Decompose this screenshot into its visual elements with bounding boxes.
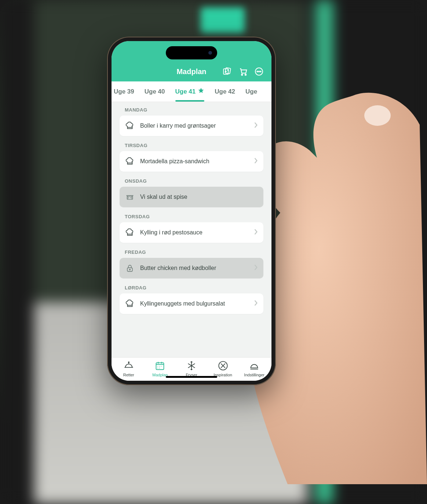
- meal-title: Kyllingenuggets med bulgursalat: [140, 300, 249, 307]
- snowflake-icon: [186, 361, 197, 372]
- day-block: MANDAGBoller i karry med grøntsager: [120, 107, 263, 136]
- chef-hat-icon: [125, 121, 135, 131]
- week-tab-0[interactable]: Uge 39: [114, 81, 134, 102]
- nav-item-retter[interactable]: Retter: [117, 361, 140, 377]
- svg-point-4: [226, 71, 226, 72]
- meal-card[interactable]: Vi skal ud at spise: [120, 187, 263, 207]
- week-tab-label: Uge 40: [145, 88, 165, 95]
- svg-point-6: [241, 74, 242, 75]
- meal-card[interactable]: Kylling i rød pestosauce: [120, 222, 263, 243]
- svg-point-10: [259, 71, 259, 72]
- day-block: TIRSDAGMortadella pizza-sandwich: [120, 143, 263, 172]
- day-block: TORSDAGKylling i rød pestosauce: [120, 214, 263, 243]
- chevron-right-icon: [254, 157, 258, 165]
- meal-card[interactable]: Butter chicken med kødboller: [120, 258, 263, 278]
- day-label: LØRDAG: [125, 285, 263, 291]
- day-label: MANDAG: [125, 107, 263, 113]
- chevron-right-icon: [254, 300, 258, 308]
- svg-point-7: [245, 74, 246, 75]
- week-tab-2[interactable]: Uge 41: [175, 81, 205, 102]
- meal-title: Butter chicken med kødboller: [140, 265, 249, 271]
- chevron-right-icon: [254, 229, 258, 237]
- phone-screen: Madplan: [112, 41, 271, 381]
- nav-label: Retter: [123, 373, 134, 377]
- svg-point-5: [228, 70, 229, 70]
- day-block: LØRDAGKyllingenuggets med bulgursalat: [120, 285, 263, 314]
- day-label: FREDAG: [125, 249, 263, 255]
- svg-point-14: [129, 269, 131, 270]
- meal-card[interactable]: Boller i karry med grøntsager: [120, 116, 263, 136]
- chef-hat-icon: [125, 299, 135, 308]
- calendar-icon: [155, 361, 165, 372]
- nav-item-indstillinger[interactable]: Indstillinger: [242, 361, 266, 377]
- meal-card[interactable]: Kyllingenuggets med bulgursalat: [120, 293, 263, 314]
- meal-title: Mortadella pizza-sandwich: [140, 158, 249, 165]
- phone-frame: Madplan: [107, 37, 276, 385]
- more-icon[interactable]: [255, 67, 263, 76]
- week-tab-label: Uge 42: [215, 88, 235, 95]
- phone-notch: [166, 46, 217, 59]
- day-block: ONSDAGVi skal ud at spise: [120, 178, 263, 207]
- svg-point-9: [257, 71, 258, 72]
- week-tab-3[interactable]: Uge 42: [215, 81, 235, 102]
- page-title: Madplan: [176, 67, 206, 76]
- week-tab-label: Uge: [245, 88, 257, 95]
- restaurant-icon: [125, 192, 135, 202]
- settings-icon: [249, 361, 259, 372]
- meal-title: Kylling i rød pestosauce: [140, 229, 249, 236]
- svg-point-11: [260, 71, 261, 72]
- nav-label: Indstillinger: [244, 373, 264, 377]
- week-tab-4[interactable]: Uge: [245, 81, 257, 102]
- meal-title: Boller i karry med grøntsager: [140, 123, 249, 129]
- nav-item-inspiration[interactable]: Inspiration: [211, 361, 235, 377]
- week-tab-label: Uge 39: [114, 88, 134, 95]
- week-tab-1[interactable]: Uge 40: [145, 81, 165, 102]
- svg-point-15: [128, 362, 129, 363]
- day-block: FREDAGButter chicken med kødboller: [120, 249, 263, 278]
- day-label: TIRSDAG: [125, 143, 263, 148]
- day-label: TORSDAG: [125, 214, 263, 219]
- meal-plan-body[interactable]: MANDAGBoller i karry med grøntsagerTIRSD…: [112, 102, 271, 357]
- home-indicator: [166, 376, 217, 378]
- svg-rect-16: [156, 363, 164, 370]
- day-label: ONSDAG: [125, 178, 263, 184]
- lock-icon: [125, 264, 135, 273]
- meal-title: Vi skal ud at spise: [140, 194, 258, 200]
- chevron-right-icon: [254, 264, 258, 272]
- week-tab-label: Uge 41: [175, 88, 196, 95]
- star-icon: [198, 87, 204, 96]
- scene: Madplan: [0, 0, 427, 504]
- dish-icon: [124, 361, 134, 372]
- background-sign: [201, 7, 245, 33]
- cart-icon[interactable]: [238, 67, 248, 76]
- chef-hat-icon: [125, 157, 135, 166]
- utensils-icon: [218, 361, 228, 372]
- chef-hat-icon: [125, 228, 135, 237]
- nav-item-madplan[interactable]: Madplan: [148, 361, 172, 377]
- nav-item-fryser[interactable]: Fryser: [180, 361, 203, 377]
- week-tabs[interactable]: Uge 39Uge 40Uge 41Uge 42Uge: [112, 81, 271, 102]
- chevron-right-icon: [254, 122, 258, 130]
- shuffle-cards-icon[interactable]: [222, 67, 232, 76]
- meal-card[interactable]: Mortadella pizza-sandwich: [120, 151, 263, 172]
